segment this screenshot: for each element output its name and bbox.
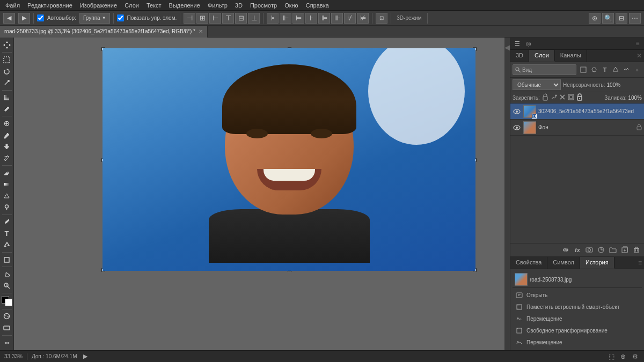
menu-item-layers[interactable]: Слои — [121, 2, 142, 9]
status-icon-3[interactable]: ⚙ — [630, 352, 640, 361]
lock-pixels-btn[interactable] — [542, 93, 548, 102]
tab-3d[interactable]: 3D — [510, 50, 529, 62]
extra-tools-btn[interactable]: ••• — [1, 337, 13, 348]
path-select-btn[interactable] — [1, 240, 13, 250]
status-icon-2[interactable]: ⊕ — [618, 352, 628, 361]
tab-properties[interactable]: Свойства — [510, 257, 547, 269]
canvas-area[interactable] — [14, 38, 504, 350]
hand-btn[interactable] — [1, 269, 13, 279]
group-dropdown[interactable]: Группа ▼ — [79, 13, 110, 24]
menu-item-edit[interactable]: Редактирование — [24, 2, 76, 9]
show-transform-checkbox[interactable] — [117, 14, 124, 21]
layer-0-visibility[interactable] — [513, 107, 521, 116]
align-center-h-btn[interactable]: ⊟ — [235, 13, 247, 24]
auto-align-btn[interactable]: ⊡ — [376, 13, 387, 24]
dist-extra2-btn[interactable]: ⊭ — [357, 13, 369, 24]
doc-tab-active[interactable]: road-2508733.jpg @ 33,3% (302406_5e2f1a5… — [0, 26, 208, 38]
layer-adjustment-btn[interactable] — [596, 245, 606, 255]
lock-position-btn[interactable] — [559, 94, 566, 101]
align-left-btn[interactable]: ⊣ — [184, 13, 195, 24]
tab-layers[interactable]: Слои — [529, 50, 555, 62]
tab-symbol[interactable]: Символ — [547, 257, 580, 269]
panel-icon-layers[interactable]: ☰ — [513, 39, 522, 48]
filter-toggle[interactable]: ● — [632, 65, 642, 75]
workspace-btn[interactable]: ⊛ — [589, 13, 601, 24]
filter-adj-btn[interactable] — [589, 65, 599, 75]
layer-delete-btn[interactable] — [631, 245, 642, 255]
dist-extra-btn[interactable]: ⊬ — [344, 13, 356, 24]
history-item-3[interactable]: Свободное трансформирование — [513, 324, 642, 336]
lasso-btn[interactable] — [1, 66, 13, 77]
foreground-color[interactable] — [2, 296, 12, 306]
dodge-btn[interactable] — [1, 202, 13, 212]
menu-item-window[interactable]: Окно — [281, 2, 302, 9]
dist-top-btn[interactable]: ⊦ — [305, 13, 317, 24]
layer-mask-btn[interactable] — [584, 245, 595, 255]
lock-image-btn[interactable] — [551, 94, 557, 101]
magic-wand-btn[interactable] — [1, 77, 13, 88]
brush-btn[interactable] — [1, 130, 13, 141]
filter-smart-btn[interactable] — [621, 65, 631, 75]
screen-mode-btn[interactable] — [1, 322, 13, 333]
forward-btn[interactable]: ▶ — [18, 13, 30, 24]
menu-item-filter[interactable]: Фильтр — [204, 2, 231, 9]
align-top-btn[interactable]: ⊤ — [222, 13, 234, 24]
rect-select-btn[interactable] — [1, 54, 13, 65]
panel-close-btn[interactable]: ✕ — [634, 50, 644, 62]
status-icon-1[interactable]: ⬚ — [606, 352, 616, 361]
history-item-0[interactable]: Открыть — [513, 289, 642, 301]
auto-select-checkbox[interactable] — [37, 14, 44, 21]
history-brush-btn[interactable] — [1, 153, 13, 164]
eraser-btn[interactable] — [1, 167, 13, 178]
pen-btn[interactable] — [1, 217, 13, 227]
dist-right-btn[interactable]: ⊨ — [292, 13, 304, 24]
menu-item-text[interactable]: Текст — [143, 2, 165, 9]
layer-link-btn[interactable] — [560, 245, 571, 255]
more-btn[interactable]: ⋯ — [629, 13, 641, 24]
panel-icon-channels[interactable]: ◎ — [524, 39, 533, 48]
layer-new-btn[interactable] — [619, 245, 630, 255]
gradient-btn[interactable] — [1, 179, 13, 190]
align-right-btn[interactable]: ⊢ — [209, 13, 221, 24]
back-btn[interactable]: ◀ — [3, 13, 15, 24]
lock-all-btn[interactable] — [576, 93, 583, 102]
move-tool-btn[interactable] — [1, 40, 13, 50]
eyedropper-btn[interactable] — [1, 104, 13, 114]
dist-bottom-btn[interactable]: ⊪ — [331, 13, 343, 24]
layer-item-1[interactable]: Фон — [510, 120, 644, 136]
history-item-4[interactable]: Перемещение — [513, 336, 642, 348]
panels-btn[interactable]: ⊟ — [616, 13, 627, 24]
zoom-btn[interactable] — [1, 280, 13, 291]
shape-btn[interactable] — [1, 254, 13, 265]
panel-collapse-strip[interactable]: ◀ — [504, 38, 510, 350]
crop-btn[interactable] — [1, 92, 13, 103]
layer-1-visibility[interactable] — [513, 123, 521, 132]
healing-btn[interactable] — [1, 118, 13, 129]
quick-mask-btn[interactable] — [1, 311, 13, 322]
clone-btn[interactable] — [1, 141, 13, 152]
filter-pixel-btn[interactable] — [579, 65, 588, 75]
bottom-panel-menu[interactable]: ≡ — [636, 257, 644, 269]
history-item-2[interactable]: Перемещение — [513, 313, 642, 324]
menu-item-view[interactable]: Просмотр — [247, 2, 280, 9]
blend-mode-select[interactable]: Обычные — [513, 79, 561, 90]
filter-shape-btn[interactable] — [611, 65, 620, 75]
search-btn[interactable]: 🔍 — [602, 13, 614, 24]
menu-item-file[interactable]: Файл — [2, 2, 23, 9]
tab-channels[interactable]: Каналы — [555, 50, 587, 62]
menu-item-3d[interactable]: 3D — [232, 2, 246, 9]
menu-item-select[interactable]: Выделение — [166, 2, 203, 9]
align-center-v-btn[interactable]: ⊞ — [196, 13, 208, 24]
tab-history[interactable]: История — [580, 257, 614, 269]
dist-left-btn[interactable]: ⊧ — [267, 13, 279, 24]
panel-menu-btn[interactable]: ≡ — [633, 39, 642, 48]
tab-close-btn[interactable]: ✕ — [199, 28, 203, 34]
history-item-1[interactable]: Поместить встроенный смарт-объект — [513, 301, 642, 313]
menu-item-help[interactable]: Справка — [303, 2, 332, 9]
blur-btn[interactable] — [1, 190, 13, 201]
dist-mid-btn[interactable]: ⊫ — [318, 13, 330, 24]
lock-artboard-btn[interactable] — [568, 94, 574, 101]
panel-collapse-arrow[interactable]: ◀ — [504, 43, 510, 51]
align-bottom-btn[interactable]: ⊥ — [248, 13, 260, 24]
layer-group-btn[interactable] — [608, 245, 618, 255]
